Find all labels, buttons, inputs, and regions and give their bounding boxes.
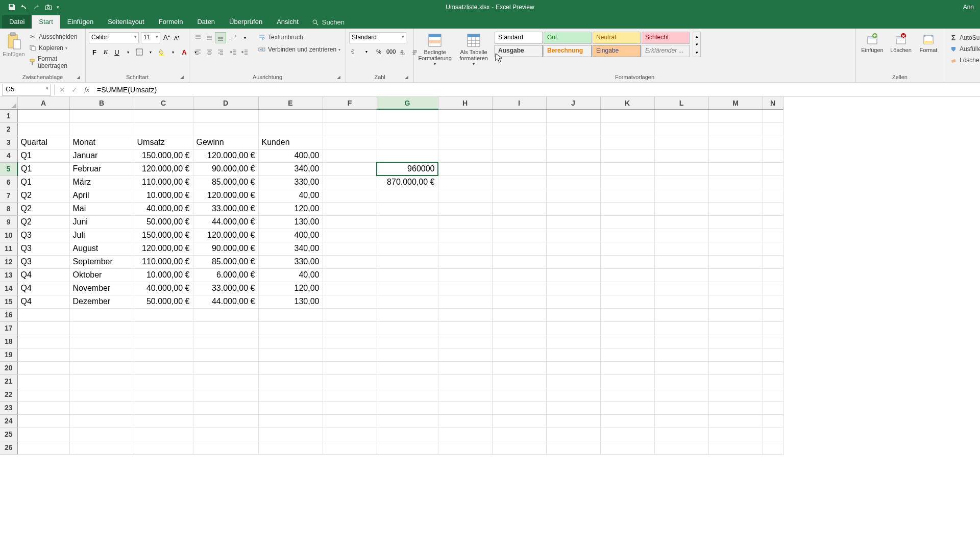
cell-A21[interactable] <box>17 374 69 388</box>
cell-K25[interactable] <box>600 428 654 441</box>
tab-formeln[interactable]: Formeln <box>152 15 190 29</box>
cell-A11[interactable]: Q3 <box>17 242 69 255</box>
cell-L21[interactable] <box>654 374 708 388</box>
font-size-select[interactable]: 11 <box>141 32 160 43</box>
cell-L13[interactable] <box>654 268 708 282</box>
orientation-dropdown-icon[interactable]: ▾ <box>239 32 251 43</box>
cell-L24[interactable] <box>654 414 708 428</box>
cell-B5[interactable]: Februar <box>69 162 134 176</box>
cell-E9[interactable]: 130,00 <box>258 215 323 229</box>
cell-I18[interactable] <box>492 335 546 348</box>
orientation-button[interactable] <box>228 32 239 43</box>
cell-F23[interactable] <box>323 401 377 414</box>
cell-C7[interactable]: 10.000,00 € <box>134 189 193 202</box>
cell-E26[interactable] <box>258 441 323 454</box>
cell-I4[interactable] <box>492 149 546 162</box>
cell-M22[interactable] <box>708 388 763 401</box>
cell-M23[interactable] <box>708 401 763 414</box>
cell-G4[interactable] <box>377 149 438 162</box>
cell-N13[interactable] <box>763 268 783 282</box>
decrease-indent-button[interactable] <box>228 46 239 58</box>
cell-G18[interactable] <box>377 335 438 348</box>
tab-daten[interactable]: Daten <box>190 15 222 29</box>
align-top-button[interactable] <box>192 32 204 43</box>
cell-M19[interactable] <box>708 348 763 361</box>
row-header-2[interactable]: 2 <box>0 122 17 136</box>
cell-A18[interactable] <box>17 335 69 348</box>
cell-K2[interactable] <box>600 122 654 136</box>
cell-J5[interactable] <box>546 162 600 176</box>
align-middle-button[interactable] <box>204 32 215 43</box>
cell-N23[interactable] <box>763 401 783 414</box>
cell-M2[interactable] <box>708 122 763 136</box>
cell-F10[interactable] <box>323 229 377 242</box>
cell-I7[interactable] <box>492 189 546 202</box>
cell-A7[interactable]: Q2 <box>17 189 69 202</box>
cell-L20[interactable] <box>654 361 708 374</box>
cell-K24[interactable] <box>600 414 654 428</box>
cell-G21[interactable] <box>377 374 438 388</box>
tab-file[interactable]: Datei <box>2 15 32 29</box>
row-header-23[interactable]: 23 <box>0 401 17 414</box>
cell-K4[interactable] <box>600 149 654 162</box>
row-header-21[interactable]: 21 <box>0 374 17 388</box>
cell-G23[interactable] <box>377 401 438 414</box>
cell-H17[interactable] <box>438 321 492 335</box>
format-painter-button[interactable]: Format übertragen <box>27 54 82 70</box>
cell-A16[interactable] <box>17 308 69 321</box>
cell-M10[interactable] <box>708 229 763 242</box>
cell-C14[interactable]: 40.000,00 € <box>134 282 193 295</box>
clear-button[interactable]: Lösche <box>947 55 980 65</box>
style-schlecht[interactable]: Schlecht <box>642 32 690 44</box>
cell-L23[interactable] <box>654 401 708 414</box>
cell-L9[interactable] <box>654 215 708 229</box>
cell-J10[interactable] <box>546 229 600 242</box>
bold-button[interactable]: F <box>89 46 100 58</box>
cell-D4[interactable]: 120.000,00 € <box>193 149 258 162</box>
cell-F19[interactable] <box>323 348 377 361</box>
row-header-11[interactable]: 11 <box>0 242 17 255</box>
cell-H11[interactable] <box>438 242 492 255</box>
cell-A13[interactable]: Q4 <box>17 268 69 282</box>
cell-E3[interactable]: Kunden <box>258 136 323 149</box>
align-left-button[interactable] <box>192 46 204 58</box>
cell-F7[interactable] <box>323 189 377 202</box>
cell-M8[interactable] <box>708 202 763 215</box>
cell-M9[interactable] <box>708 215 763 229</box>
cell-A19[interactable] <box>17 348 69 361</box>
cell-B24[interactable] <box>69 414 134 428</box>
cell-M18[interactable] <box>708 335 763 348</box>
cell-B1[interactable] <box>69 109 134 122</box>
cell-M12[interactable] <box>708 255 763 268</box>
cell-D10[interactable]: 120.000,00 € <box>193 229 258 242</box>
cell-B21[interactable] <box>69 374 134 388</box>
cell-L6[interactable] <box>654 176 708 189</box>
cell-N25[interactable] <box>763 428 783 441</box>
cell-H23[interactable] <box>438 401 492 414</box>
cell-A8[interactable]: Q2 <box>17 202 69 215</box>
cell-J19[interactable] <box>546 348 600 361</box>
row-header-20[interactable]: 20 <box>0 361 17 374</box>
cell-N1[interactable] <box>763 109 783 122</box>
column-header-K[interactable]: K <box>600 97 654 109</box>
cell-D26[interactable] <box>193 441 258 454</box>
cell-B6[interactable]: März <box>69 176 134 189</box>
tab-ueberpruefen[interactable]: Überprüfen <box>222 15 270 29</box>
cell-G9[interactable] <box>377 215 438 229</box>
cell-D11[interactable]: 90.000,00 € <box>193 242 258 255</box>
cell-I16[interactable] <box>492 308 546 321</box>
cell-C8[interactable]: 40.000,00 € <box>134 202 193 215</box>
cell-K19[interactable] <box>600 348 654 361</box>
row-header-14[interactable]: 14 <box>0 282 17 295</box>
cell-F6[interactable] <box>323 176 377 189</box>
cell-H14[interactable] <box>438 282 492 295</box>
cell-D3[interactable]: Gewinn <box>193 136 258 149</box>
row-header-10[interactable]: 10 <box>0 229 17 242</box>
cell-G6[interactable]: 870.000,00 € <box>377 176 438 189</box>
cell-L12[interactable] <box>654 255 708 268</box>
row-header-8[interactable]: 8 <box>0 202 17 215</box>
cell-A6[interactable]: Q1 <box>17 176 69 189</box>
cell-B23[interactable] <box>69 401 134 414</box>
cell-N7[interactable] <box>763 189 783 202</box>
cell-L7[interactable] <box>654 189 708 202</box>
